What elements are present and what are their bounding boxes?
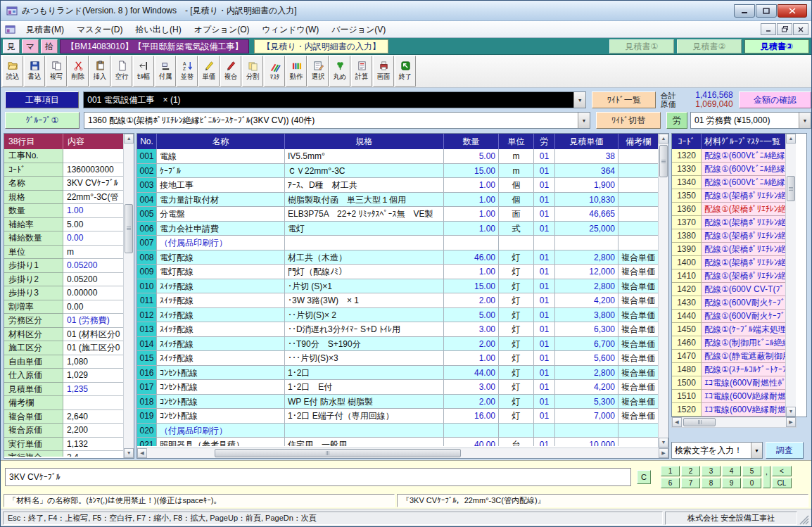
property-row[interactable]: 実行複合 2,4 (4, 451, 123, 457)
table-row[interactable]: 002 ｹｰﾌﾞﾙ ＣＶ22mm°-3C 15.00 m 01 364 (137, 164, 658, 179)
labor-combo[interactable]: 01 労務費 (¥15,000) ▼ (690, 112, 811, 129)
list-item[interactable]: 1370 配線①(架橋ﾎﾟﾘｴﾁﾚﾝ絶 (672, 216, 785, 229)
table-row[interactable]: 010 ｽｲｯﾁ配線 ･片切 (S)×1 15.00 灯 01 2,800 複合… (137, 279, 658, 294)
list-item[interactable]: 1390 配線①(架橋ﾎﾟﾘｴﾁﾚﾝ絶 (672, 243, 785, 256)
sheet-tab-button[interactable]: 見積書③ (744, 39, 809, 53)
chevron-down-icon[interactable]: ▼ (578, 113, 590, 128)
scroll-left-icon[interactable]: ◀ (137, 448, 147, 458)
list-item[interactable]: 1450 配線①(ｹｰﾌﾞﾙ端末処理 (672, 323, 785, 336)
property-row[interactable]: 工事No. (4, 149, 123, 163)
table-row[interactable]: 018 ｺﾝｾﾝﾄ配線 WP E付 防水型 樹脂製 2.00 灯 01 5,30… (137, 395, 658, 409)
property-scrollbar[interactable]: ▲ ▼ (123, 134, 134, 458)
composite-button[interactable]: 複合 (220, 56, 241, 87)
table-row[interactable]: 014 ｽｲｯﾁ配線 ･･T90分 S+190分 2.00 灯 01 6,700… (137, 337, 658, 352)
list-item[interactable]: 1380 配線①(架橋ﾎﾟﾘｴﾁﾚﾝ絶 (672, 229, 785, 243)
keypad-key[interactable]: 9 (722, 478, 741, 488)
scroll-thumb[interactable] (683, 418, 716, 426)
property-row[interactable]: 補給率 5.00 (4, 218, 123, 232)
scroll-thumb[interactable] (659, 145, 668, 177)
select-button[interactable]: 選択 (307, 56, 329, 87)
property-row[interactable]: 数量 1.00 (4, 204, 123, 218)
property-row[interactable]: 歩掛り1 0.05200 (4, 259, 123, 273)
chevron-down-icon[interactable]: ▼ (799, 113, 811, 128)
keypad-key[interactable]: 5 (742, 466, 761, 476)
table-row[interactable]: 003 接地工事 ｱｰｽ、D種 材工共 1.00 個 01 1,900 (137, 178, 658, 193)
close-button[interactable] (778, 4, 807, 18)
resize-grip[interactable] (799, 515, 809, 525)
list-item[interactable]: 1500 ｴｺ電線(600V耐燃性ﾎﾟ (672, 376, 785, 390)
table-row[interactable]: 008 電灯配線 材工共（木造） 46.00 灯 01 2,800 複合単価 (137, 250, 658, 265)
property-row[interactable]: 名称 3KV CVｹｰﾌﾞﾙ (4, 177, 123, 191)
scroll-right-icon[interactable]: ▶ (659, 448, 668, 458)
table-row[interactable]: 004 電力量計取付材 樹脂製取付函 単三大型１個用 1.00 個 01 10,… (137, 193, 658, 208)
load-button[interactable]: 読込 (2, 56, 23, 87)
wide-toggle-button[interactable]: ﾜｲﾄﾞ切替 (596, 112, 661, 129)
property-row[interactable]: 自由単価 1,080 (4, 355, 123, 369)
chevron-down-icon[interactable]: ▼ (573, 92, 585, 108)
list-item[interactable]: 1410 配線①(架橋ﾎﾟﾘｴﾁﾚﾝ絶 (672, 269, 785, 283)
property-row[interactable]: 規格 22mm°-3C(管 (4, 191, 123, 205)
keypad-key[interactable]: 4 (722, 466, 741, 476)
table-row[interactable]: 016 ｺﾝｾﾝﾄ配線 1･2口 44.00 灯 01 2,800 複合単価 (137, 366, 658, 381)
menu-item[interactable]: マスター(D) (70, 23, 129, 37)
detail-hscrollbar[interactable]: ◀ ▶ (137, 447, 668, 458)
menu-item[interactable]: バージョン(V) (325, 23, 392, 37)
list-item[interactable]: 1510 ｴｺ電線(600V絶縁耐燃 (672, 390, 785, 403)
table-row[interactable]: 012 ｽｲｯﾁ配線 ･･片切(S)× 2 5.00 灯 01 3,800 複合… (137, 308, 658, 323)
mdi-restore-button[interactable] (777, 23, 792, 35)
list-item[interactable]: 1330 配線①(600Vﾋﾞﾆﾙ絶縁 (672, 163, 785, 176)
cell-width-button[interactable]: ｾﾙ幅 (133, 56, 154, 87)
list-item[interactable]: 1430 配線①(600V耐火ｹｰﾌﾞ (672, 296, 785, 310)
list-item[interactable]: 1420 配線①(600V CV-T(ﾌﾟ (672, 283, 785, 296)
master-hscrollbar[interactable]: ◀ ▶ (671, 417, 797, 428)
screen-button[interactable]: 画面 (373, 56, 394, 87)
property-row[interactable]: ｺｰﾄﾞ 1360003000 (4, 163, 123, 177)
keypad-key[interactable]: 8 (702, 478, 721, 488)
save-button[interactable]: 書込 (24, 56, 45, 87)
table-row[interactable]: 013 ｽｲｯﾁ配線 ･･D消遅れ3分ﾀｲﾏｰ S+D ﾄｲﾚ用 3.00 灯 … (137, 322, 658, 337)
unit-price-button[interactable]: 単価 (198, 56, 220, 87)
list-item[interactable]: 1460 配線①(制御用ﾋﾞﾆﾙ絶縁 (672, 336, 785, 350)
action-button[interactable]: 動作 (286, 56, 307, 87)
scroll-thumb[interactable] (215, 449, 461, 457)
list-item[interactable]: 1320 配線①(600Vﾋﾞﾆﾙ絶縁 (672, 149, 785, 163)
table-row[interactable]: 005 分電盤 ELB3P75A 22+2 ﾘﾐｯﾀｽﾍﾟｰｽ無 VE製 1.0… (137, 207, 658, 222)
property-row[interactable]: 材料区分 01 (材料区分0 (4, 328, 123, 342)
search-button[interactable]: 調査 (766, 442, 804, 459)
mini-tab[interactable]: 拾 (41, 39, 58, 53)
list-item[interactable]: 1340 配線①(600Vﾋﾞﾆﾙ絶縁 (672, 176, 785, 189)
property-row[interactable]: 歩掛り2 0.05200 (4, 273, 123, 287)
list-item[interactable]: 1400 配線①(架橋ﾎﾟﾘｴﾁﾚﾝ絶 (672, 256, 785, 269)
scroll-up-icon[interactable]: ▲ (124, 134, 134, 144)
scroll-thumb[interactable] (125, 204, 133, 253)
property-row[interactable]: 備考欄 (4, 396, 123, 410)
keypad-apostrophe-key[interactable]: ' (763, 466, 770, 488)
keypad-key[interactable]: 1 (661, 466, 680, 476)
project-item-button[interactable]: 工事項目 (5, 91, 79, 108)
minimize-button[interactable] (734, 4, 755, 18)
split-button[interactable]: 分割 (242, 56, 263, 87)
keypad-key[interactable]: 7 (681, 478, 700, 488)
sort-button[interactable]: AZ並替 (177, 56, 198, 87)
property-row[interactable]: 見積単価 1,235 (4, 383, 123, 397)
group-button[interactable]: ｸﾞﾙｰﾌﾟ① (5, 112, 80, 129)
menu-item[interactable]: 拾い出し(H) (129, 23, 188, 37)
insert-button[interactable]: 挿入 (89, 56, 110, 87)
clear-input-button[interactable]: C (637, 470, 651, 484)
table-row[interactable]: 001 電線 IV5.5mm° 5.00 m 01 38 (137, 149, 658, 164)
property-row[interactable]: 単位 m (4, 246, 123, 260)
table-row[interactable]: 007 （付属品印刷行） (137, 236, 658, 250)
calc-button[interactable]: 計算 (351, 56, 372, 87)
keypad-backspace-key[interactable]: < (772, 466, 792, 476)
master-button[interactable]: ﾏｽﾀ (264, 56, 285, 87)
copy-button[interactable]: 複写 (46, 56, 67, 87)
scroll-thumb[interactable] (787, 176, 795, 201)
group-combo[interactable]: 1360 配線①(架橋ﾎﾟﾘｴﾁﾚﾝ絶縁ﾋﾞﾆﾙｼｰｽｹｰﾌﾞﾙ(3KV CV)… (84, 112, 590, 129)
property-row[interactable]: 補給数量 0.00 (4, 231, 123, 246)
mdi-close-button[interactable] (793, 23, 808, 35)
keypad-clear-key[interactable]: CL (772, 478, 792, 488)
scroll-up-icon[interactable]: ▲ (786, 134, 796, 144)
property-row[interactable]: 仕入原価 1,029 (4, 369, 123, 383)
table-row[interactable]: 009 電灯配線 門灯（配線ﾉﾐ） 1.00 灯 01 12,000 複合単価 (137, 265, 658, 279)
detail-vscrollbar[interactable]: ▲ ▼ (658, 134, 668, 447)
